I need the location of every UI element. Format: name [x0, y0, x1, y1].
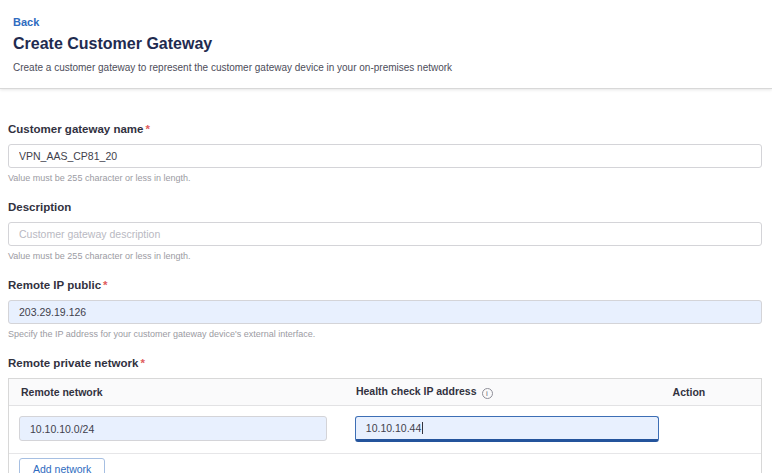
customer-gateway-name-label: Customer gateway name*	[8, 123, 762, 135]
table-row: 10.10.10.44	[9, 406, 761, 454]
name-helper-text: Value must be 255 character or less in l…	[8, 173, 762, 183]
remote-ip-public-label: Remote IP public*	[8, 279, 762, 291]
remote-ip-helper-text: Specify the IP address for your customer…	[8, 329, 762, 339]
label-text: Remote IP public	[8, 279, 101, 291]
required-marker: *	[146, 123, 150, 135]
health-check-ip-input[interactable]: 10.10.10.44	[355, 416, 659, 442]
text-cursor	[422, 422, 423, 434]
column-header-remote-network: Remote network	[21, 386, 356, 398]
back-link[interactable]: Back	[13, 16, 39, 29]
customer-gateway-name-group: Customer gateway name* Value must be 255…	[8, 123, 762, 183]
description-group: Description Value must be 255 character …	[8, 201, 762, 261]
page-title: Create Customer Gateway	[13, 34, 759, 53]
remote-network-input[interactable]	[19, 416, 327, 441]
label-text: Description	[8, 201, 71, 213]
info-icon[interactable]: i	[482, 388, 493, 399]
description-input[interactable]	[8, 222, 762, 246]
description-label: Description	[8, 201, 762, 213]
table-footer: Add network	[9, 454, 761, 473]
column-header-health-check: Health check IP addressi	[356, 385, 673, 399]
page-subtitle: Create a customer gateway to represent t…	[13, 62, 759, 74]
remote-ip-public-input[interactable]	[8, 300, 762, 324]
health-check-ip-value: 10.10.10.44	[366, 422, 421, 434]
column-header-action: Action	[673, 386, 749, 398]
column-header-text: Health check IP address	[356, 385, 477, 397]
health-check-cell: 10.10.10.44	[355, 416, 673, 442]
remote-network-cell	[19, 416, 355, 441]
remote-network-table: Remote network Health check IP addressi …	[8, 378, 762, 473]
table-header-row: Remote network Health check IP addressi …	[9, 379, 761, 406]
label-text: Remote private network	[8, 357, 138, 369]
add-network-button[interactable]: Add network	[19, 458, 105, 473]
remote-ip-public-group: Remote IP public* Specify the IP address…	[8, 279, 762, 339]
form-area: Customer gateway name* Value must be 255…	[0, 89, 772, 473]
required-marker: *	[103, 279, 107, 291]
required-marker: *	[140, 357, 144, 369]
customer-gateway-name-input[interactable]	[8, 144, 762, 168]
description-helper-text: Value must be 255 character or less in l…	[8, 251, 762, 261]
remote-private-network-section: Remote private network* Remote network H…	[8, 357, 762, 473]
page-header: Back Create Customer Gateway Create a cu…	[0, 0, 772, 89]
label-text: Customer gateway name	[8, 123, 144, 135]
remote-private-network-label: Remote private network*	[8, 357, 762, 369]
